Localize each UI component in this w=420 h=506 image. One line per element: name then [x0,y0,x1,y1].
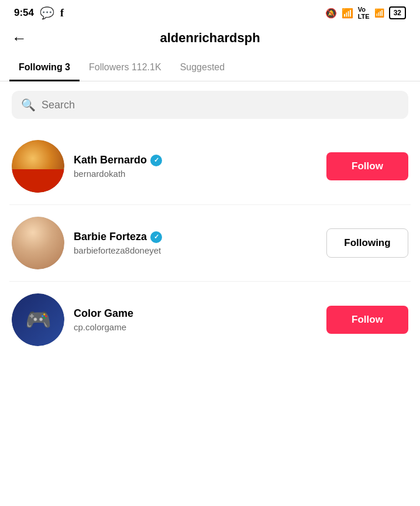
cellular-icon: 📶 [374,8,384,18]
messenger-icon: 💬 [40,6,54,20]
search-container: 🔍 [0,81,420,128]
signal-text: VoLTE [358,6,370,20]
battery-indicator: 32 [389,6,406,19]
tab-suggested[interactable]: Suggested [171,55,235,81]
user-handle: cp.colorgame [74,322,317,332]
user-info-colorgame: Color Game cp.colorgame [74,307,317,332]
wifi-icon: 📶 [342,8,353,19]
user-name-row: Barbie Forteza ✓ [74,231,317,243]
user-list: Kath Bernardo ✓ bernardokath Follow Barb… [0,128,420,358]
list-item: Barbie Forteza ✓ barbieforteza8doneyet F… [9,205,411,282]
user-info-kath: Kath Bernardo ✓ bernardokath [74,154,317,179]
follow-button-colorgame[interactable]: Follow [326,306,408,334]
status-right: 🔕 📶 VoLTE 📶 32 [325,6,406,20]
avatar-barbie [12,217,64,269]
facebook-icon: f [60,7,64,19]
avatar-colorgame [12,293,64,346]
user-handle: barbieforteza8doneyet [74,245,317,255]
tab-following[interactable]: Following 3 [9,55,80,81]
back-button[interactable]: ← [12,29,27,47]
user-name-row: Kath Bernardo ✓ [74,154,317,166]
user-name: Barbie Forteza [74,231,147,243]
follow-button-kath[interactable]: Follow [326,152,408,180]
search-icon: 🔍 [21,98,36,112]
verified-icon: ✓ [150,155,162,166]
list-item: Kath Bernardo ✓ bernardokath Follow [9,128,411,205]
user-info-barbie: Barbie Forteza ✓ barbieforteza8doneyet [74,231,317,255]
page-title: aldenrichardsph [160,30,260,46]
user-name: Color Game [74,307,133,320]
status-left: 9:54 💬 f [14,6,64,20]
list-item: Color Game cp.colorgame Follow [9,282,411,358]
search-box: 🔍 [12,91,408,119]
user-handle: bernardokath [74,169,317,179]
search-input[interactable] [42,99,399,111]
avatar-kath [12,140,64,193]
tabs-container: Following 3 Followers 112.1K Suggested [0,55,420,81]
user-name: Kath Bernardo [74,154,147,166]
verified-icon: ✓ [150,231,162,243]
status-time: 9:54 [14,7,34,19]
user-name-row: Color Game [74,307,317,320]
mute-icon: 🔕 [325,8,337,19]
following-button-barbie[interactable]: Following [326,228,408,258]
header: ← aldenrichardsph [0,23,420,55]
tab-followers[interactable]: Followers 112.1K [80,55,171,81]
status-bar: 9:54 💬 f 🔕 📶 VoLTE 📶 32 [0,0,420,23]
